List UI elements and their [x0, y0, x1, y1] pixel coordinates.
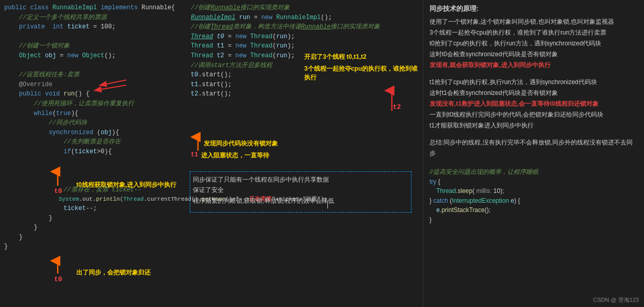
code-line: @Override — [4, 80, 185, 90]
ann-section-3: 总结:同步中的线程,没有执行完毕不会释放锁,同步外的线程没有锁进不去同步 — [430, 137, 638, 159]
code-line: RunnableImpl run = new RunnableImpl(); — [191, 13, 412, 23]
code-line: //设置线程任务:卖票 — [4, 70, 185, 80]
code-line: while(true){ — [4, 109, 185, 119]
code-line: if(ticket>0){ — [4, 147, 185, 157]
code-line: //创建Thread类对象，构造方法中传递Runnable接口的实现类对象 — [191, 22, 412, 32]
bottom-code-section: //提高安全问题出现的概率，让程序睡眠 try { Thread.sleep( … — [430, 167, 638, 225]
t0-bottom-label: t0 — [54, 276, 62, 283]
code-line — [4, 61, 185, 71]
no-lock-annotation: 发现同步代码块没有锁对象 — [204, 139, 278, 148]
code-line: ticket--; — [4, 204, 185, 214]
bottom-code-line: e.printStackTrace(); — [430, 205, 638, 215]
sync-notes: 同步保证了只能有一个线程在同步中执行共享数据 保证了安全 程序频繁的判断锁,获取… — [193, 174, 334, 206]
thread-annotation: 开启了3个线程 t0,t1,t2 — [304, 53, 367, 61]
code-line: //创建Runnable接口的实现类对象 — [191, 3, 412, 13]
t0-lock-annotation: t0线程获取锁对象,进入到同步中执行 — [76, 181, 176, 189]
t1-label: t1 — [191, 151, 198, 158]
left-code: public class RunnableImpl implements Run… — [4, 3, 185, 252]
code-line: Thread t1 = new Thread(run); — [191, 41, 412, 51]
annotation-block: 同步技术的原理: 使用了一个锁对象,这个锁对象叫同步锁,也叫对象锁,也叫对象监视… — [430, 4, 638, 225]
code-line: System.out.println(Thread.currentThread(… — [4, 195, 185, 204]
code-line: public void run() { — [4, 89, 185, 99]
ann-section-2: t1抢到了cpu的执行权,执行run方法，遇到synchronized代码块 这… — [430, 77, 638, 131]
ann-line: 这时t0会检查synchronized代码块是否有锁对象 — [430, 49, 638, 60]
ann-line: 3个线程一起抢夺cpu的执行权，谁抢到了谁执行run方法进行卖票 — [430, 27, 638, 38]
code-line: } — [4, 242, 185, 252]
bottom-code-line: try { — [430, 177, 638, 187]
bottom-code-line: } catch (InterruptedException e) { — [430, 196, 638, 206]
cursor — [327, 201, 328, 208]
code-line: synchronized (obj){ — [4, 128, 185, 138]
code-line: //同步代码块 — [4, 118, 185, 128]
code-line: Thread t2 = new Thread(run); — [191, 51, 412, 61]
bottom-code-line: Thread.sleep( millis: 10); — [430, 186, 638, 196]
code-line: t2.start(); — [191, 89, 412, 99]
bottom-code-line: } — [430, 215, 638, 225]
code-line: Object obj = new Object(); — [4, 51, 185, 61]
code-line: //使用死循环，让卖票操作重复执行 — [4, 99, 185, 109]
ann-line: t1抢到了cpu的执行权,执行run方法，遇到synchronized代码块 — [430, 77, 638, 88]
code-line: } — [4, 233, 185, 243]
ann-title: 同步技术的原理: — [430, 4, 638, 13]
footer: CSDN @ 苦海123 — [593, 296, 639, 304]
code-line: //创建一个锁对象 — [4, 41, 185, 51]
annotation-panel: 同步技术的原理: 使用了一个锁对象,这个锁对象叫同步锁,也叫对象锁,也叫对象监视… — [423, 0, 644, 307]
exit-sync-annotation: 出了同步，会把锁对象归还 — [76, 268, 151, 277]
main-container: public class RunnableImpl implements Run… — [0, 0, 644, 307]
code-line — [4, 157, 185, 167]
cpu-annotation: 3个线程一起抢夺cpu的执行权，谁抢到谁执行 — [304, 64, 423, 82]
ann-line: t0抢到了cpu的执行权，执行run方法，遇到synchronized代码块 — [430, 38, 638, 49]
right-code-column: //创建Runnable接口的实现类对象 RunnableImpl run = … — [191, 3, 412, 99]
code-line: //先判断票是否存在 — [4, 137, 185, 147]
ann-line-red: 发现有,就会获取到锁对象,进入到同步中执行 — [430, 60, 638, 71]
bottom-code-line: //提高安全问题出现的概率，让程序睡眠 — [430, 167, 638, 177]
t0-label: t0 — [54, 187, 62, 195]
code-panel: public class RunnableImpl implements Run… — [0, 0, 423, 307]
code-line — [4, 32, 185, 42]
ann-line: 使用了一个锁对象,这个锁对象叫同步锁,也叫对象锁,也叫对象监视器 — [430, 17, 638, 27]
code-line: } — [4, 214, 185, 223]
t2-label: t2 — [393, 103, 401, 111]
ann-line: 这时t1会检查synchronized代码块是否有锁对象 — [430, 88, 638, 99]
code-line — [4, 166, 185, 176]
ann-line-red: 发现没有,t1救护进入到阻塞状态,会一直等待t0线程归还锁对象 — [430, 99, 638, 109]
ann-line: 一直到t0线程执行完同步中的代码,会把锁对象归还给同步代码块 — [430, 109, 638, 120]
ann-line: t1才能获取到锁对象进入到同步中执行 — [430, 120, 638, 131]
ann-section-1: 使用了一个锁对象,这个锁对象叫同步锁,也叫对象锁,也叫对象监视器 3个线程一起抢… — [430, 17, 638, 71]
code-line: //定义一个多个线程共享的票源 — [4, 13, 185, 23]
code-line: Thread t0 = new Thread(run); — [191, 32, 412, 42]
code-line: private int ticket = 100; — [4, 22, 185, 32]
blocked-annotation: 进入阻塞状态，一直等待 — [201, 151, 269, 160]
ann-line: 总结:同步中的线程,没有执行完毕不会释放锁,同步外的线程没有锁进不去同步 — [430, 137, 638, 159]
code-line: public class RunnableImpl implements Run… — [4, 3, 185, 13]
code-line: } — [4, 223, 185, 233]
